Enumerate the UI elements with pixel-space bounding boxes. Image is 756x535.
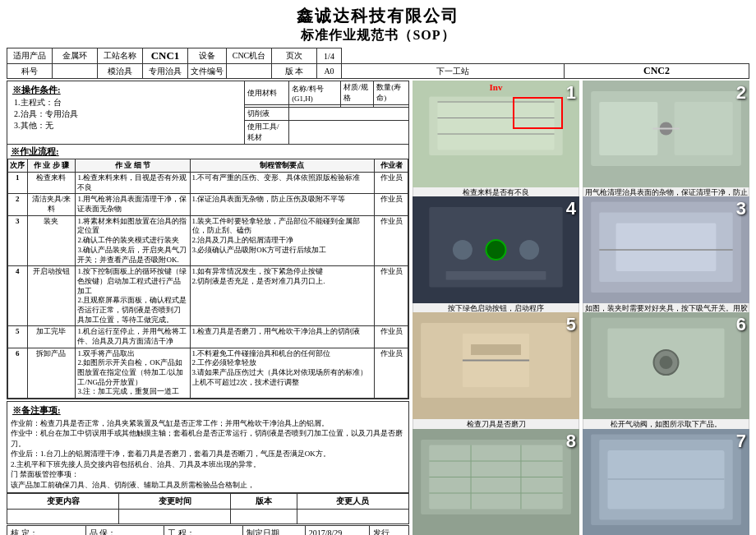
svg-rect-8 [599,102,657,155]
photo-2-container: 2 用气枪清理治具表面的杂物，保证清理干净，防止产品压伤及吸附不平。 [583,81,749,187]
equipment-value: CNC机台 [227,48,272,64]
svg-rect-27 [471,344,521,355]
photo-8-number: 8 [566,431,576,452]
col-control: 制程管制要点 [190,159,375,173]
mold-value: 专用治具 [143,64,188,79]
photo-5-number: 5 [566,314,576,335]
note-3: 2.主机平和下班先接人员交接内容包括机台、治具、刀具及本班出现的异常。 [11,459,405,470]
note-5: 该产品加工前确保刀具、治具、切削液、辅助工具及所需检验品合格制止， [11,480,405,491]
note-2: 作业后：1.台刀上的铝屑清理干净，套着刀具是否磨刀，套着刀具是否断刀，气压是否满… [11,449,405,459]
col-num: 次序 [8,159,28,173]
photo-2-number: 2 [736,82,746,104]
date-label: 制定日期 [242,525,305,535]
notes-title: ※备注事项: [11,404,405,417]
note-4: 门 禁面板管控事项： [11,469,405,480]
mat-qty-label: 数量(寿命) [374,81,408,105]
page: 鑫诚达科技有限公司 标准作业规范书（SOP） 适用产品 金属环 工站名称 CNC… [0,0,756,535]
photo-3: 3 [583,196,749,303]
tools-label: 使用工具/耗材 [245,121,289,145]
file-no-value [227,64,272,79]
photo-8: 8 [413,429,579,536]
photo-5-container: 5 检查刀具是否磨刀 [413,312,579,419]
station-value: CNC1 [143,48,188,64]
table-row: 1 检查来料 1.检查来料来料，目视是否有外观不良 1.不可有严重的压伤、变形、… [8,173,408,194]
photo-6: 6 [583,312,749,419]
photo-7-number: 7 [736,431,746,452]
svg-rect-17 [446,271,546,279]
svg-point-15 [486,240,506,260]
changes-time-header: 变更时间 [119,493,231,509]
svg-rect-21 [616,224,717,272]
mold-label: 模治具 [98,64,143,79]
changes-person-row [297,509,408,523]
header-table: 适用产品 金属环 工站名称 CNC1 设备 CNC机台 页次 1/4 科号 模治… [7,48,749,79]
changes-version-header: 版本 [231,493,297,509]
next-station-label: 下一工站 [342,64,565,79]
svg-point-32 [660,356,673,369]
title-section: 鑫诚达科技有限公司 标准作业规范书（SOP） [7,5,749,44]
issued-label: 发行 [369,525,408,535]
photo-4: 4 [413,196,579,303]
photo-1: 1 Inv [413,81,579,187]
equipment-label: 设备 [188,48,227,64]
changes-time-row [119,509,231,523]
mat-name-label: 名称/料号(G1,H) [289,81,341,105]
apply-product-label: 适用产品 [7,48,53,64]
company-title: 鑫诚达科技有限公司 [7,5,749,27]
apply-product-value: 金属环 [53,48,98,64]
engineer-label: 工 程： [164,525,243,535]
op-cond-2: 2.治具：专用治具 [11,108,241,120]
doc-title: 标准作业规范书（SOP） [7,27,749,44]
col-step: 作 业 步 骤 [27,159,76,173]
photo-6-container: 6 松开气动阀，如图所示取下产品。 [583,312,749,419]
table-row: 3 装夹 1.将素材来料如图放置在治具的指定位置 2.确认工件的装夹模式进行装夹… [8,215,408,265]
col-operator: 作业者 [375,159,408,173]
materials-label: 使用材料 [245,81,289,105]
photo-8-container: 8 如图，将检查OK的产品放置在吸塑盘 [413,429,579,536]
table-row: 6 拆卸产品 1.双手将产品取出 2.如图所示开关自检，OK产品如图放置在指定位… [8,348,408,398]
file-no-label: 文件编号 [188,64,227,79]
table-row: 2 清洁夹具/来料 1.用气枪将治具表面清理干净，保证表面无杂物 1.保证治具表… [8,194,408,215]
version-value: A0 [317,64,342,79]
inv-label: Inv [490,82,503,92]
workflow-title: ※作业流程: [7,145,408,159]
col-detail: 作 业 细 节 [76,159,190,173]
photo-1-number: 1 [566,82,576,104]
mat-spec-label: 材质/规格 [341,81,374,105]
manager-label: 品 保： [85,525,164,535]
photo-4-container: 4 按下绿色启动按钮，启动程序 [413,196,579,303]
op-cond-3: 3.其他：无 [11,120,241,131]
svg-rect-9 [675,102,733,155]
op-conditions-title: ※操作条件: [11,83,241,97]
photo-1-container: 1 Inv 检查来料是否有不良 [413,81,579,187]
changes-table: 变更内容 变更时间 版本 变更人员 [7,493,409,524]
page-label: 页次 [272,48,317,64]
photo-7: 7 [583,429,749,536]
changes-person-header: 变更人员 [297,493,408,509]
version-label: 版 本 [272,64,317,79]
approve-label: 核 定： [7,525,86,535]
note-0: 作业前：检查刀具是否正常，治具夹紧装置及气缸是否正常工作；并用气枪吹干净治具上的… [11,418,405,429]
photo-1-highlight [513,97,563,129]
photo-5: 5 [413,312,579,419]
date-value: 2017/8/29 [305,525,369,535]
photo-2: 2 [583,81,749,187]
op-cond-1: 1.主程式：台 [11,97,241,108]
page-value: 1/4 [317,48,342,64]
operation-table: 次序 作 业 步 骤 作 业 细 节 制程管制要点 作业者 1 检查来料 1.检… [7,159,408,399]
svg-point-16 [519,240,539,260]
photo-7-container: 7 用气枪将产品表面清理干净，自检。 [583,429,749,536]
changes-version-row [231,509,297,523]
next-station-value: CNC2 [565,64,749,79]
changes-content-row [7,509,119,523]
photo-3-container: 3 如图，装夹时需要对好夹具，按下吸气开关。用胶锤敲整，确认产品压附OK方可进行… [583,196,749,303]
photo-4-number: 4 [566,198,576,219]
note-1: 作业中：机台在加工中切误用手或其他触摸主轴；套着机台是否正常运行，切削液是否喷到… [11,428,405,449]
table-row: 5 加工完毕 1.机台运行至停止，并用气枪将工件、治具及刀具方面清洁干净 1.检… [8,326,408,348]
changes-content-header: 变更内容 [7,493,119,509]
cutting-fluid-label: 切削液 [245,108,289,121]
table-row: 4 开启动按钮 1.按下控制面板上的循环按键（绿色按键）启动加工程式进行产品加工… [8,266,408,326]
photo-3-number: 3 [736,198,746,219]
station-label: 工站名称 [98,48,143,64]
notes-block: ※备注事项: 作业前：检查刀具是否正常，治具夹紧装置及气缸是否正常工作；并用气枪… [7,401,409,493]
